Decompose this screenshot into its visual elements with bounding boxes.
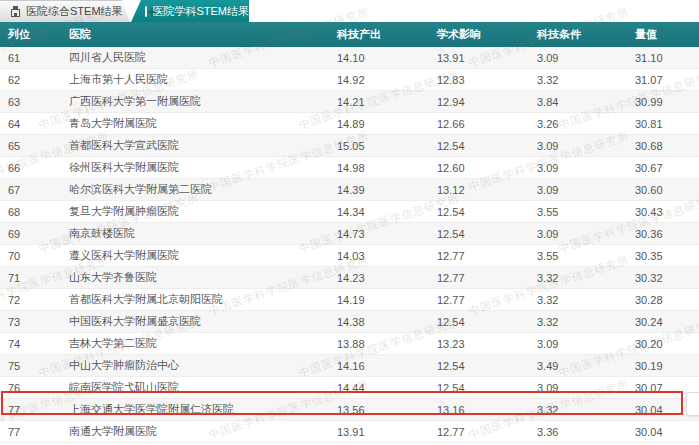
rank-cell: 75 <box>0 360 69 372</box>
tech-output-cell: 14.39 <box>337 184 437 196</box>
academic-influence-cell: 13.91 <box>437 52 537 64</box>
tab-hospital-subject-stem[interactable]: 医院学科STEM结果 <box>131 0 249 22</box>
tab-label: 医院学科STEM结果 <box>152 4 249 19</box>
tech-condition-cell: 3.32 <box>537 316 635 328</box>
tech-output-cell: 14.92 <box>337 74 437 86</box>
tech-output-cell: 14.44 <box>337 382 437 394</box>
academic-influence-cell: 13.12 <box>437 184 537 196</box>
table-row[interactable]: 73 中国医科大学附属盛京医院 14.38 12.54 3.32 30.24 <box>0 311 699 333</box>
rank-cell: 63 <box>0 96 69 108</box>
table-row[interactable]: 68 复旦大学附属肿瘤医院 14.34 12.54 3.55 30.43 <box>0 201 699 223</box>
hospital-name-cell: 南通大学附属医院 <box>69 424 337 439</box>
table-row[interactable]: 67 哈尔滨医科大学附属第二医院 14.39 13.12 3.09 30.60 <box>0 179 699 201</box>
table-row[interactable]: 65 首都医科大学宣武医院 15.05 12.54 3.09 30.68 <box>0 135 699 157</box>
academic-influence-cell: 13.16 <box>437 404 537 416</box>
table-row[interactable]: 71 山东大学齐鲁医院 14.23 12.77 3.32 30.32 <box>0 267 699 289</box>
tech-condition-cell: 3.36 <box>537 426 635 438</box>
tech-output-cell: 14.10 <box>337 52 437 64</box>
academic-influence-cell: 12.77 <box>437 272 537 284</box>
hospital-name-cell: 皖南医学院弋矶山医院 <box>69 380 337 395</box>
total-value-cell: 30.81 <box>635 118 699 130</box>
hospital-stem-ranking-page: 医院综合STEM结果 医院学科STEM结果 列位 医院 科技产出 学术影响 科技… <box>0 0 699 445</box>
table-row[interactable]: 75 中山大学肿瘤防治中心 14.16 12.54 3.49 30.19 <box>0 355 699 377</box>
total-value-cell: 30.99 <box>635 96 699 108</box>
tech-output-cell: 15.05 <box>337 140 437 152</box>
table-row[interactable]: 62 上海市第十人民医院 14.92 12.83 3.32 31.07 <box>0 69 699 91</box>
academic-influence-cell: 12.77 <box>437 294 537 306</box>
hospital-name-cell: 四川省人民医院 <box>69 50 337 65</box>
table-row[interactable]: 63 广西医科大学第一附属医院 14.21 12.94 3.84 30.99 <box>0 91 699 113</box>
header-hospital: 医院 <box>69 27 337 42</box>
tech-output-cell: 13.56 <box>337 404 437 416</box>
table-row[interactable]: 72 首都医科大学附属北京朝阳医院 14.19 12.77 3.32 30.28 <box>0 289 699 311</box>
tech-output-cell: 14.23 <box>337 272 437 284</box>
rank-cell: 74 <box>0 338 69 350</box>
table-row[interactable]: 64 青岛大学附属医院 14.89 12.66 3.26 30.81 <box>0 113 699 135</box>
table-row[interactable]: 69 南京鼓楼医院 14.73 12.54 3.09 30.36 <box>0 223 699 245</box>
total-value-cell: 30.43 <box>635 206 699 218</box>
rank-cell: 77 <box>0 404 69 416</box>
tech-output-cell: 14.19 <box>337 294 437 306</box>
rank-cell: 76 <box>0 382 69 394</box>
total-value-cell: 30.35 <box>635 250 699 262</box>
hospital-name-cell: 广西医科大学第一附属医院 <box>69 94 337 109</box>
table-row[interactable]: 74 吉林大学第二医院 13.88 13.23 3.09 30.20 <box>0 333 699 355</box>
table-row[interactable]: 77 上海交通大学医学院附属仁济医院 13.56 13.16 3.32 30.0… <box>0 399 699 421</box>
header-total-value: 量值 <box>635 27 699 42</box>
table-row[interactable]: 61 四川省人民医院 14.10 13.91 3.09 31.10 <box>0 47 699 69</box>
academic-influence-cell: 12.60 <box>437 162 537 174</box>
rank-cell: 64 <box>0 118 69 130</box>
hospital-name-cell: 上海市第十人民医院 <box>69 72 337 87</box>
tech-condition-cell: 3.32 <box>537 74 635 86</box>
header-rank: 列位 <box>0 27 69 42</box>
hospital-name-cell: 复旦大学附属肿瘤医院 <box>69 204 337 219</box>
table-row[interactable]: 66 徐州医科大学附属医院 14.98 12.60 3.09 30.67 <box>0 157 699 179</box>
rank-cell: 65 <box>0 140 69 152</box>
rank-cell: 66 <box>0 162 69 174</box>
header-academic-influence: 学术影响 <box>437 27 537 42</box>
hospital-name-cell: 徐州医科大学附属医院 <box>69 160 337 175</box>
header-tech-output: 科技产出 <box>337 27 437 42</box>
tech-condition-cell: 3.84 <box>537 96 635 108</box>
tech-output-cell: 14.16 <box>337 360 437 372</box>
total-value-cell: 30.36 <box>635 228 699 240</box>
header-tech-condition: 科技条件 <box>537 27 635 42</box>
tech-output-cell: 14.38 <box>337 316 437 328</box>
rank-cell: 68 <box>0 206 69 218</box>
academic-influence-cell: 12.66 <box>437 118 537 130</box>
table-row[interactable]: 77 南通大学附属医院 13.91 12.77 3.36 30.04 <box>0 421 699 443</box>
total-value-cell: 30.67 <box>635 162 699 174</box>
rank-cell: 73 <box>0 316 69 328</box>
academic-influence-cell: 12.54 <box>437 360 537 372</box>
tech-condition-cell: 3.09 <box>537 184 635 196</box>
table-header: 列位 医院 科技产出 学术影响 科技条件 量值 <box>0 22 699 47</box>
tech-condition-cell: 3.32 <box>537 272 635 284</box>
rank-cell: 61 <box>0 52 69 64</box>
rank-cell: 71 <box>0 272 69 284</box>
rank-cell: 77 <box>0 426 69 438</box>
rank-cell: 69 <box>0 228 69 240</box>
rank-cell: 72 <box>0 294 69 306</box>
hospital-name-cell: 中山大学肿瘤防治中心 <box>69 358 337 373</box>
hospital-name-cell: 首都医科大学附属北京朝阳医院 <box>69 292 337 307</box>
tab-hospital-overall-stem[interactable]: 医院综合STEM结果 <box>0 0 130 22</box>
tab-label: 医院综合STEM结果 <box>26 4 123 19</box>
tech-condition-cell: 3.09 <box>537 162 635 174</box>
hospital-name-cell: 吉林大学第二医院 <box>69 336 337 351</box>
total-value-cell: 31.10 <box>635 52 699 64</box>
hospital-name-cell: 哈尔滨医科大学附属第二医院 <box>69 182 337 197</box>
floating-widget-button[interactable] <box>686 392 699 416</box>
tech-condition-cell: 3.26 <box>537 118 635 130</box>
total-value-cell: 31.07 <box>635 74 699 86</box>
rank-cell: 67 <box>0 184 69 196</box>
academic-influence-cell: 12.77 <box>437 426 537 438</box>
table-row[interactable]: 76 皖南医学院弋矶山医院 14.44 12.54 3.09 30.07 <box>0 377 699 399</box>
hospital-name-cell: 中国医科大学附属盛京医院 <box>69 314 337 329</box>
table-row[interactable]: 70 遵义医科大学附属医院 14.03 12.77 3.55 30.35 <box>0 245 699 267</box>
medical-cross-icon <box>145 6 147 17</box>
hospital-name-cell: 山东大学齐鲁医院 <box>69 270 337 285</box>
rank-cell: 62 <box>0 74 69 86</box>
tech-condition-cell: 3.55 <box>537 206 635 218</box>
tech-condition-cell: 3.32 <box>537 404 635 416</box>
tech-condition-cell: 3.55 <box>537 250 635 262</box>
